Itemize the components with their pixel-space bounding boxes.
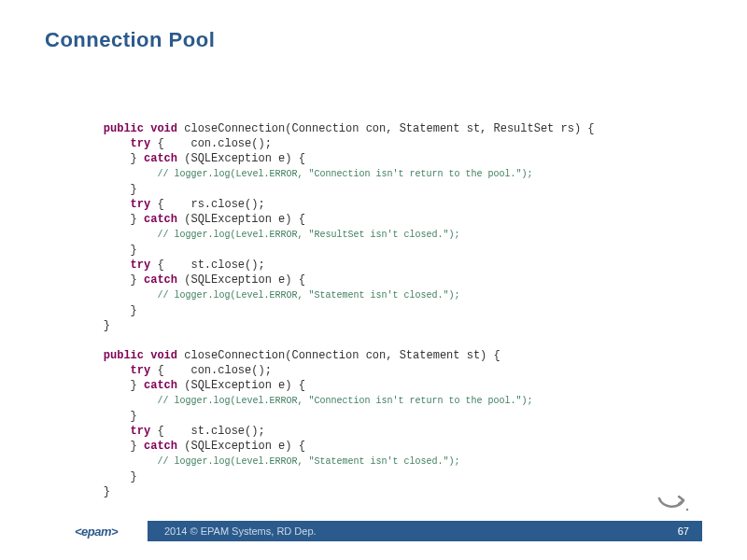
footer-bar: <epam> 2014 © EPAM Systems, RD Dep. 67 bbox=[45, 521, 702, 541]
slide-title: Connection Pool bbox=[45, 28, 215, 52]
footer-copyright: 2014 © EPAM Systems, RD Dep. bbox=[155, 525, 678, 537]
return-arc-icon bbox=[655, 495, 689, 513]
svg-point-0 bbox=[686, 509, 688, 511]
code-block: public void closeConnection(Connection c… bbox=[77, 121, 595, 499]
page-number: 67 bbox=[678, 525, 702, 537]
epam-logo: <epam> bbox=[45, 521, 148, 541]
